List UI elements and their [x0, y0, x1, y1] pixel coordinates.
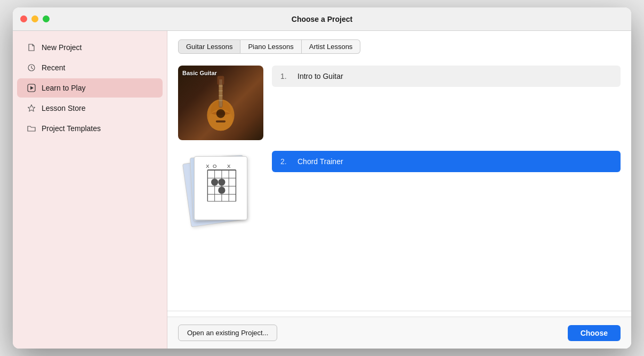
svg-text:X: X [206, 163, 210, 169]
svg-text:X: X [227, 163, 231, 169]
svg-rect-14 [219, 86, 222, 86]
svg-point-32 [218, 179, 225, 185]
sidebar-item-new-project[interactable]: New Project [17, 38, 163, 57]
svg-text:O: O [213, 163, 216, 169]
tab-piano-lessons[interactable]: Piano Lessons [240, 39, 301, 54]
doc-icon [27, 43, 36, 52]
window-controls [20, 15, 50, 22]
svg-rect-17 [219, 100, 222, 101]
svg-rect-16 [219, 95, 222, 96]
chord-thumbnail: X O X [178, 151, 263, 225]
chord-trainer-section: X O X [178, 151, 621, 225]
chord-card-front: X O X [194, 156, 247, 220]
sidebar-item-learn-to-play[interactable]: Learn to Play [17, 78, 163, 98]
lesson-list-guitar: 1. Intro to Guitar [272, 66, 621, 87]
lesson-title-chord: Chord Trainer [297, 157, 343, 166]
titlebar: Choose a Project [13, 7, 631, 31]
guitar-thumb-label: Basic Guitar [182, 70, 217, 76]
lesson-list-chord: 2. Chord Trainer [272, 151, 621, 172]
svg-point-7 [216, 109, 226, 118]
right-panel: Guitar Lessons Piano Lessons Artist Less… [167, 31, 631, 349]
lesson-item-intro[interactable]: 1. Intro to Guitar [272, 66, 621, 87]
lesson-item-chord-trainer[interactable]: 2. Chord Trainer [272, 151, 621, 172]
lesson-number-1: 1. [280, 72, 291, 80]
basic-guitar-section: Basic Guitar [178, 66, 621, 140]
lesson-number-2: 2. [280, 157, 291, 166]
maximize-button[interactable] [43, 15, 50, 22]
svg-marker-3 [28, 105, 35, 111]
open-project-button[interactable]: Open an existing Project... [178, 325, 277, 341]
bottom-bar: Open an existing Project... Choose [167, 317, 631, 349]
lesson-title-intro: Intro to Guitar [297, 72, 343, 80]
sidebar-item-recent[interactable]: Recent [17, 58, 163, 77]
sidebar-label-project-templates: Project Templates [42, 124, 101, 133]
tab-bar: Guitar Lessons Piano Lessons Artist Less… [167, 31, 631, 60]
svg-rect-15 [219, 91, 222, 91]
svg-point-33 [218, 187, 225, 193]
svg-marker-2 [30, 86, 34, 90]
tab-guitar-lessons[interactable]: Guitar Lessons [178, 39, 240, 54]
content-area: Basic Guitar [167, 60, 631, 311]
sidebar-label-recent: Recent [42, 63, 65, 72]
main-window: Choose a Project New Project [13, 7, 631, 349]
sidebar-item-lesson-store[interactable]: Lesson Store [17, 99, 163, 118]
play-icon [27, 83, 36, 93]
minimize-button[interactable] [31, 15, 38, 22]
chord-diagram-svg: X O X [199, 161, 242, 209]
tab-artist-lessons[interactable]: Artist Lessons [302, 39, 361, 54]
sidebar-item-project-templates[interactable]: Project Templates [17, 119, 163, 138]
folder-icon [27, 124, 36, 133]
guitar-thumbnail: Basic Guitar [178, 66, 263, 140]
separator [167, 311, 631, 311]
main-content: New Project Recent Lea [13, 31, 631, 349]
sidebar: New Project Recent Lea [13, 31, 167, 349]
svg-point-31 [211, 179, 218, 185]
guitar-illustration [199, 74, 242, 132]
window-title: Choose a Project [292, 15, 352, 23]
svg-rect-13 [216, 120, 226, 123]
choose-button[interactable]: Choose [568, 325, 621, 341]
sidebar-label-lesson-store: Lesson Store [42, 104, 86, 112]
sidebar-label-learn-to-play: Learn to Play [42, 84, 86, 92]
sidebar-label-new-project: New Project [42, 43, 82, 52]
star-icon [27, 103, 36, 113]
close-button[interactable] [20, 15, 27, 22]
clock-icon [27, 63, 36, 72]
